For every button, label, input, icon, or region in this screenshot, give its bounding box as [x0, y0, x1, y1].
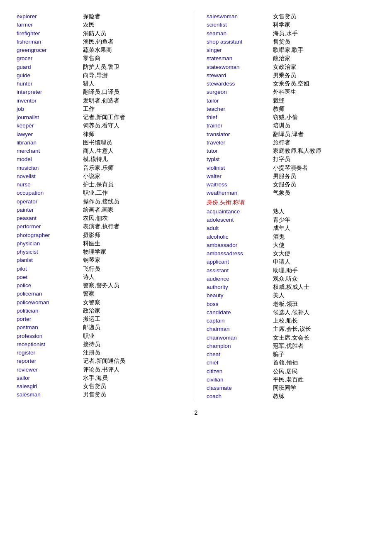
list-item: greengrocer蔬菜水果商	[17, 46, 185, 54]
english-word: painter	[17, 206, 79, 214]
english-word: peasant	[17, 214, 79, 222]
english-word: assistant	[207, 266, 269, 275]
chinese-translation: 猎人	[83, 80, 95, 88]
list-item: boss老板,领班	[207, 300, 375, 308]
chinese-translation: 平民,老百姓	[273, 376, 304, 384]
english-word: reporter	[17, 357, 79, 365]
list-item: librarian图书馆理员	[17, 139, 185, 147]
chinese-translation: 律师	[83, 130, 95, 139]
chinese-translation: 评论员,书评人	[83, 366, 119, 374]
chinese-translation: 防护人员,警卫	[83, 63, 119, 71]
english-word: receptionist	[17, 340, 79, 349]
chinese-translation: 翻译员,口译员	[83, 88, 119, 96]
list-item: adolescent青少年	[207, 216, 375, 224]
chinese-translation: 消防人员	[83, 29, 106, 38]
english-word: cheat	[207, 350, 269, 359]
chinese-translation: 蔬菜水果商	[83, 46, 112, 54]
english-word: politician	[17, 307, 79, 315]
list-item: shop assistant售货员	[207, 38, 375, 46]
list-item: occupation职业,工作	[17, 189, 185, 197]
list-item: typist打字员	[207, 155, 375, 164]
english-word: keeper	[17, 122, 79, 130]
english-word: guide	[17, 71, 79, 80]
right-column: saleswoman女售货员scientist科学家seaman海员,水手sho…	[202, 12, 375, 401]
list-item: fisherman渔民,钓鱼者	[17, 38, 185, 46]
section-header-row: 身份,头衔,称谓	[207, 198, 375, 207]
english-word: salesgirl	[17, 382, 79, 391]
list-item: model模,模特儿	[17, 155, 185, 164]
english-word: poet	[17, 273, 79, 281]
list-item: alcoholic酒鬼	[207, 233, 375, 241]
english-word: alcoholic	[207, 233, 269, 241]
list-item: salesman男售货员	[17, 391, 185, 399]
list-item: performer表演者,执行者	[17, 222, 185, 231]
english-word: shop assistant	[207, 38, 269, 46]
list-item: register注册员	[17, 349, 185, 357]
chinese-translation: 男服务员	[273, 172, 296, 181]
list-item: cheat骗子	[207, 350, 375, 359]
chinese-translation: 记者,新闻通信员	[83, 357, 125, 365]
english-word: fisherman	[17, 38, 79, 46]
english-word: acquaintance	[207, 208, 269, 216]
list-item: civilian平民,老百姓	[207, 376, 375, 384]
list-item: pianist钢琴家	[17, 256, 185, 264]
chinese-translation: 飞行员	[83, 265, 100, 273]
english-word: pilot	[17, 265, 79, 273]
english-word: seaman	[207, 29, 269, 38]
list-item: musician音乐家,乐师	[17, 164, 185, 172]
list-item: chairman主席,会长,议长	[207, 325, 375, 333]
list-item: waitress女服务员	[207, 181, 375, 189]
chinese-translation: 注册员	[83, 349, 100, 357]
chinese-translation: 女售货员	[83, 382, 106, 391]
chinese-translation: 政治家	[273, 54, 290, 63]
english-word: tailor	[207, 97, 269, 105]
chinese-translation: 家庭教师,私人教师	[273, 147, 321, 155]
list-item: classmate同班同学	[207, 384, 375, 392]
chinese-translation: 科学家	[273, 21, 290, 29]
english-word: operator	[17, 198, 79, 206]
chinese-translation: 权威,权威人士	[273, 283, 309, 291]
chinese-translation: 政治家	[83, 307, 100, 315]
english-word: merchant	[17, 147, 79, 155]
list-item: waiter男服务员	[207, 172, 375, 181]
english-word: porter	[17, 315, 79, 323]
chinese-translation: 操作员,接线员	[83, 198, 119, 206]
chinese-translation: 钢琴家	[83, 256, 100, 264]
list-item: grocer零售商	[17, 54, 185, 63]
chinese-translation: 首领,领袖	[273, 359, 298, 367]
chinese-translation: 同班同学	[273, 384, 296, 392]
english-word: stateswoman	[207, 63, 269, 71]
chinese-translation: 工作	[83, 105, 95, 113]
chinese-translation: 记者,新闻工作者	[83, 113, 125, 122]
chinese-translation: 商人,生意人	[83, 147, 114, 155]
chinese-translation: 表演者,执行者	[83, 222, 119, 231]
english-word: adolescent	[207, 216, 269, 224]
list-item: trainer培训员	[207, 122, 375, 130]
chinese-translation: 绘画者,画家	[83, 206, 114, 214]
english-word: lawyer	[17, 130, 79, 139]
list-item: explorer探险者	[17, 12, 185, 21]
list-item: tailor裁缝	[207, 97, 375, 105]
english-word: grocer	[17, 54, 79, 63]
english-word: teacher	[207, 105, 269, 113]
chinese-translation: 男售货员	[83, 391, 106, 399]
list-item: inventor发明者,创造者	[17, 97, 185, 105]
chinese-translation: 教师	[273, 105, 285, 113]
chinese-translation: 翻译员,译者	[273, 130, 304, 139]
chinese-translation: 公民,居民	[273, 367, 298, 376]
english-word: boss	[207, 300, 269, 308]
list-item: politician政治家	[17, 307, 185, 315]
list-item: teacher教师	[207, 105, 375, 113]
english-word: model	[17, 155, 79, 164]
chinese-translation: 诗人	[83, 273, 95, 281]
english-word: guard	[17, 63, 79, 71]
english-word: singer	[207, 46, 269, 54]
chinese-translation: 女乘务员,空姐	[273, 80, 309, 88]
list-item: sailor水手,海员	[17, 374, 185, 382]
english-word: performer	[17, 222, 79, 231]
chinese-translation: 歌唱家,歌手	[273, 46, 304, 54]
chinese-translation: 外科医生	[273, 88, 296, 96]
list-item: steward男乘务员	[207, 71, 375, 80]
english-word: adult	[207, 224, 269, 232]
chinese-translation: 女政治家	[273, 63, 296, 71]
